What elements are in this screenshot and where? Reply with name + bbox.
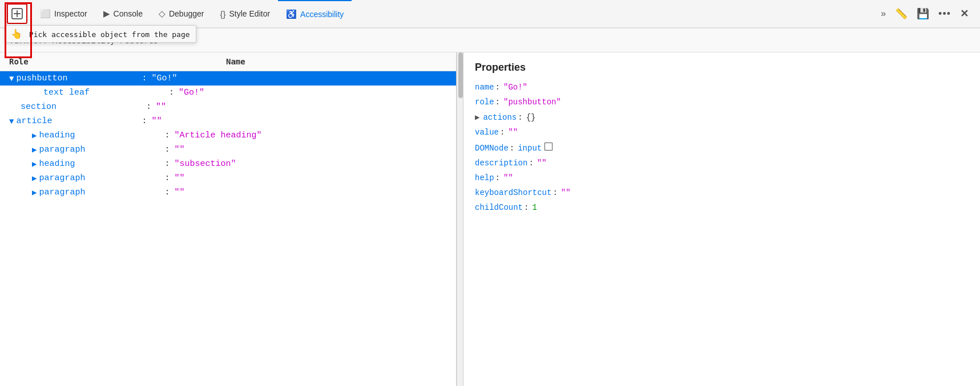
tree-row-colon: : [164, 173, 170, 183]
tree-row[interactable]: section : "" [0, 100, 456, 114]
menu-button[interactable]: ••• [936, 6, 953, 22]
tree-panel: Role Name ▼ pushbutton : "Go!" text leaf… [0, 52, 457, 386]
tree-row[interactable]: text leaf : "Go!" [0, 86, 456, 100]
prop-colon: : [510, 144, 514, 153]
prop-colon: : [500, 128, 505, 137]
prop-colon: : [552, 188, 557, 197]
property-row: description : "" [475, 159, 969, 168]
dom-node-icon [545, 143, 552, 151]
tree-row[interactable]: ▶ heading : "subsection" [0, 157, 456, 171]
console-icon: ▶ [103, 9, 110, 19]
collapse-arrow: ▼ [9, 74, 14, 83]
save-button[interactable]: 💾 [914, 5, 931, 22]
property-row: value : "" [475, 128, 969, 137]
tree-row-name: "" [156, 102, 166, 112]
tree-row-colon: : [164, 159, 170, 169]
properties-title: Properties [475, 62, 969, 74]
prop-expand-arrow[interactable]: ▶ [475, 112, 479, 122]
pick-accessible-object-button[interactable] [7, 3, 27, 24]
tree-row-name: "subsection" [174, 159, 236, 169]
expand-arrow[interactable]: ▶ [32, 131, 37, 140]
tree-body[interactable]: ▼ pushbutton : "Go!" text leaf : "Go!" s… [0, 71, 456, 386]
expand-arrow[interactable]: ▶ [32, 159, 37, 169]
property-row: name : "Go!" [475, 83, 969, 92]
tab-style-editor[interactable]: {} Style Editor [212, 0, 278, 27]
console-tab-label: Console [114, 9, 143, 18]
main-content: Role Name ▼ pushbutton : "Go!" text leaf… [0, 52, 980, 386]
property-row: childCount : 1 [475, 203, 969, 212]
prop-key: childCount [475, 203, 523, 212]
tree-row-role: paragraph [39, 188, 164, 197]
tree-row[interactable]: ▶ paragraph : "" [0, 185, 456, 200]
prop-colon: : [495, 173, 500, 182]
toolbar-right-controls: » 📏 💾 ••• ✕ [878, 5, 975, 22]
tree-row-role: pushbutton [16, 74, 142, 83]
tab-inspector[interactable]: ⬜ Inspector [32, 0, 95, 27]
ruler-button[interactable]: 📏 [893, 5, 910, 22]
tree-row-colon: : [142, 116, 147, 126]
prop-colon: : [524, 203, 529, 212]
tree-row-role: article [16, 116, 142, 126]
tree-row-role: text leaf [43, 88, 169, 97]
prop-key: DOMNode [475, 144, 509, 153]
tree-row-name: "" [174, 173, 184, 183]
pick-outlined-section: 👆 Pick accessible object from the page [5, 0, 32, 27]
tree-row-role: section [21, 102, 146, 112]
expand-arrow[interactable]: ▶ [32, 188, 37, 197]
col-role-header: Role [9, 57, 226, 66]
tree-row-colon: : [164, 145, 170, 155]
tree-row[interactable]: ▶ heading : "Article heading" [0, 128, 456, 143]
prop-colon: : [529, 159, 533, 168]
expand-arrow[interactable]: ▶ [32, 145, 37, 155]
prop-value: "pushbutton" [503, 97, 561, 107]
prop-colon: : [495, 83, 500, 92]
tree-row-colon: : [169, 88, 174, 97]
property-row: keyboardShortcut : "" [475, 188, 969, 197]
more-tabs-button[interactable]: » [878, 6, 888, 21]
tree-header: Role Name [0, 52, 456, 71]
prop-colon: : [518, 113, 522, 122]
tree-row[interactable]: ▶ paragraph : "" [0, 143, 456, 157]
prop-value: "" [508, 128, 518, 137]
tree-row-role: heading [39, 159, 164, 169]
scrollbar-thumb[interactable] [458, 52, 463, 98]
tree-row[interactable]: ▶ paragraph : "" [0, 171, 456, 185]
col-name-header: Name [226, 57, 447, 66]
accessibility-icon: ♿ [286, 9, 297, 19]
style-editor-tab-label: Style Editor [229, 9, 271, 18]
inspector-icon: ⬜ [40, 9, 51, 19]
expand-arrow[interactable]: ▶ [32, 173, 37, 183]
prop-key: role [475, 97, 494, 107]
tab-accessibility[interactable]: ♿ Accessibility [278, 0, 352, 27]
cursor-icon: 👆 [11, 29, 22, 39]
tree-row-name: "Go!" [151, 74, 177, 83]
prop-key: actions [483, 113, 517, 122]
prop-key: name [475, 83, 494, 92]
property-row: DOMNode : input [475, 143, 969, 153]
tree-row-colon: : [164, 188, 170, 197]
tree-row-role: paragraph [39, 173, 164, 183]
debugger-icon: ◇ [159, 9, 166, 19]
style-editor-icon: {} [220, 9, 225, 19]
prop-value: 1 [532, 203, 537, 212]
prop-value[interactable]: input [518, 144, 542, 153]
property-row: role : "pushbutton" [475, 97, 969, 107]
tree-row-role: heading [39, 131, 164, 140]
tab-debugger[interactable]: ◇ Debugger [151, 0, 212, 27]
tree-row-colon: : [146, 102, 151, 112]
prop-key: description [475, 159, 527, 168]
tree-row-name: "" [151, 116, 162, 126]
close-button[interactable]: ✕ [958, 5, 971, 22]
properties-panel: Properties name : "Go!" role : "pushbutt… [463, 52, 980, 386]
prop-value: {} [526, 113, 536, 122]
tree-row[interactable]: ▼ pushbutton : "Go!" [0, 71, 456, 86]
accessibility-tab-label: Accessibility [300, 10, 344, 19]
tree-row-name: "" [174, 145, 184, 155]
tree-scrollbar[interactable] [457, 52, 463, 386]
tab-console[interactable]: ▶ Console [95, 0, 151, 27]
property-row: help : "" [475, 173, 969, 182]
prop-value: "" [561, 188, 571, 197]
tree-row[interactable]: ▼ article : "" [0, 114, 456, 128]
tree-row-name: "Go!" [179, 88, 204, 97]
prop-value: "" [537, 159, 547, 168]
